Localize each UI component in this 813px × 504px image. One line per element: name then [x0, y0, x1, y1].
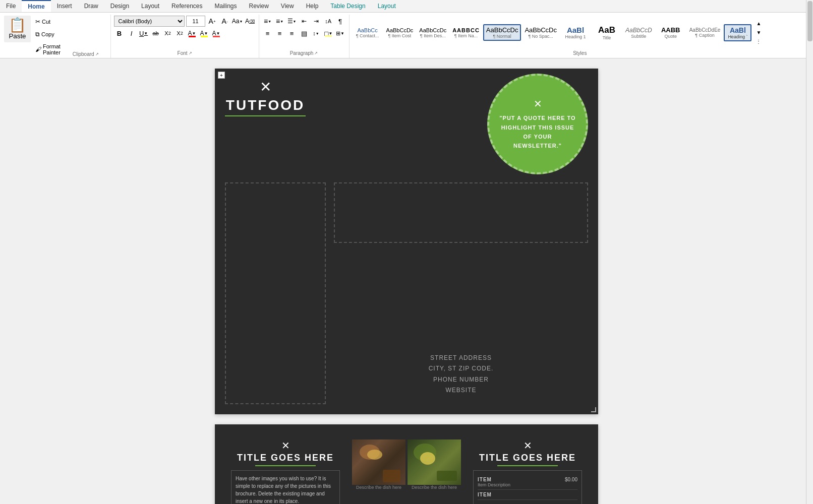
style-title[interactable]: AaB Title — [592, 24, 622, 42]
tab-home[interactable]: Home — [22, 0, 50, 12]
styles-more[interactable]: ⋮ — [754, 38, 763, 46]
copy-button[interactable]: ⧉ Copy — [33, 29, 63, 39]
tab-help[interactable]: Help — [300, 0, 325, 12]
style-title-preview: AaB — [598, 25, 615, 35]
styles-group-title: Styles — [573, 50, 587, 56]
tab-tabledesign[interactable]: Table Design — [324, 0, 371, 12]
tab-review[interactable]: Review — [243, 0, 275, 12]
scrollbar[interactable] — [806, 0, 813, 504]
decrease-indent-button[interactable]: ⇤ — [299, 16, 310, 27]
font-family-select[interactable]: Calibri (Body) — [114, 16, 185, 27]
tab-draw[interactable]: Draw — [78, 0, 104, 12]
paste-label: Paste — [9, 32, 26, 40]
increase-font-button[interactable]: A+ — [207, 16, 218, 27]
tab-file[interactable]: File — [0, 0, 22, 12]
decrease-font-button[interactable]: A- — [219, 16, 230, 27]
superscript-button[interactable]: X2 — [175, 28, 186, 39]
tab-design[interactable]: Design — [104, 0, 135, 12]
tab-references[interactable]: References — [165, 0, 208, 12]
style-itemcost[interactable]: AaBbCcDc ¶ Item Cost — [384, 26, 416, 40]
highlight-color-button[interactable]: A ▼ — [199, 28, 210, 39]
font-color-button[interactable]: A ▼ — [211, 28, 222, 39]
left-col-desc[interactable]: Have other images you wish to use? It is… — [231, 470, 340, 504]
style-quote[interactable]: AABB Quote — [656, 25, 686, 40]
tab-mailings[interactable]: Mailings — [208, 0, 243, 12]
bullets-button[interactable]: ≡▼ — [262, 16, 273, 27]
tab-ribbonlayout[interactable]: Layout — [372, 0, 402, 12]
sort-button[interactable]: ↕A — [323, 16, 334, 27]
bold-button[interactable]: B — [114, 28, 125, 39]
page-1: + ✕ TUTFOOD ✕ "PUT A QUOTE HERE TO HIGHL… — [215, 69, 598, 414]
text-color-button[interactable]: A ▼ — [187, 28, 198, 39]
menu-item-2-name: ITEM — [478, 492, 492, 497]
menu-item-1[interactable]: ITEM Item Description $0.00 — [478, 475, 577, 490]
numbering-button[interactable]: ≡▼ — [274, 16, 285, 27]
style-normal[interactable]: AaBbCcDc ¶ Normal — [483, 24, 521, 41]
subscript-button[interactable]: X2 — [162, 28, 173, 39]
page-handle[interactable]: + — [218, 72, 225, 79]
menu-item-2[interactable]: ITEM — [478, 490, 577, 500]
clear-formatting-button[interactable]: A⌫ — [245, 16, 256, 27]
paste-button[interactable]: 📋 Paste — [4, 16, 31, 42]
font-size-input[interactable] — [186, 16, 205, 27]
style-contact[interactable]: AaBbCc ¶ Contact... — [353, 26, 383, 40]
copy-icon: ⧉ — [35, 31, 40, 38]
align-right-button[interactable]: ≡ — [286, 28, 298, 39]
tab-view[interactable]: View — [275, 0, 300, 12]
food-images: Describe the dish here Describe the dish… — [352, 439, 461, 490]
cut-button[interactable]: ✂ Cut — [33, 17, 63, 27]
resize-handle[interactable] — [591, 407, 596, 412]
paragraph-expand-icon[interactable]: ↗ — [314, 51, 318, 55]
style-nospace[interactable]: AaBbCcDc ¶ No Spac... — [522, 25, 559, 40]
styles-nav: ▲ ▼ ⋮ — [754, 20, 763, 46]
tab-layout[interactable]: Layout — [135, 0, 165, 12]
food-image-2[interactable] — [408, 439, 461, 485]
line-spacing-button[interactable]: ↕▼ — [311, 28, 322, 39]
style-caption[interactable]: AaBbCcDdEe ¶ Caption — [687, 26, 723, 39]
quote-circle[interactable]: ✕ "PUT A QUOTE HERE TO HIGHLIGHT THIS IS… — [487, 74, 588, 174]
align-left-button[interactable]: ≡ — [262, 28, 273, 39]
left-image-box[interactable] — [225, 182, 326, 404]
change-case-button[interactable]: Aa▼ — [232, 16, 243, 27]
styles-scroll-down[interactable]: ▼ — [754, 29, 763, 37]
borders-button[interactable]: ⊞▼ — [335, 28, 346, 39]
style-itemname[interactable]: AABBCC ¶ Item Na... — [450, 26, 482, 40]
underline-button[interactable]: U▼ — [138, 28, 149, 39]
food-image-1[interactable] — [352, 439, 405, 485]
shading-button[interactable]: ▢ ▼ — [323, 28, 334, 39]
style-subtitle[interactable]: AaBbCcD Subtitle — [623, 25, 655, 40]
styles-scroll-up[interactable]: ▲ — [754, 20, 763, 28]
style-normal-preview: AaBbCcDc — [486, 26, 518, 34]
styles-group: AaBbCc ¶ Contact... AaBbCcDc ¶ Item Cost… — [350, 15, 811, 58]
ribbon-tab-bar: File Home Insert Draw Design Layout Refe… — [0, 0, 813, 13]
font-expand-icon[interactable]: ↗ — [189, 51, 192, 55]
font-group: Calibri (Body) A+ A- Aa▼ A⌫ B I U▼ ab X2… — [111, 15, 259, 58]
italic-button[interactable]: I — [126, 28, 137, 39]
format-painter-button[interactable]: 🖌 Format Painter — [33, 42, 63, 57]
style-heading-sel-label: Heading ` — [728, 34, 747, 39]
food-image-1-label: Describe the dish here — [356, 485, 401, 490]
ribbon-content: 📋 Paste ✂ Cut ⧉ Copy 🖌 Format Painter — [0, 13, 813, 58]
page2-inner: ✕ TITLE GOES HERE Have other images you … — [215, 424, 598, 504]
strikethrough-button[interactable]: ab — [150, 28, 161, 39]
increase-indent-button[interactable]: ⇥ — [311, 16, 322, 27]
clipboard-expand-icon[interactable]: ↗ — [95, 52, 99, 56]
scroll-thumb[interactable] — [807, 1, 812, 41]
style-nospace-label: ¶ No Spac... — [529, 34, 553, 39]
show-marks-button[interactable]: ¶ — [335, 16, 346, 27]
style-heading1[interactable]: AaBl Heading 1 — [560, 24, 591, 41]
style-heading-preview: AaBl — [730, 26, 746, 34]
style-itemdesign[interactable]: AaBbCcDc ¶ Item Des... — [417, 26, 449, 40]
style-heading1-label: Heading 1 — [565, 34, 586, 39]
address-line1: STREET ADDRESS — [334, 353, 588, 364]
right-image-placeholder[interactable] — [334, 182, 588, 243]
food-image-2-label: Describe the dish here — [412, 485, 457, 490]
align-center-button[interactable]: ≡ — [274, 28, 285, 39]
tab-insert[interactable]: Insert — [51, 0, 78, 12]
multilevel-list-button[interactable]: ☰▼ — [286, 16, 298, 27]
style-heading-selected[interactable]: AaBl Heading ` — [724, 24, 751, 41]
address-block: STREET ADDRESS CITY, ST ZIP CODE. PHONE … — [334, 251, 588, 404]
justify-button[interactable]: ▤ — [299, 28, 310, 39]
right-col-scissors: ✕ — [524, 439, 532, 452]
paintbrush-icon: 🖌 — [35, 46, 41, 53]
